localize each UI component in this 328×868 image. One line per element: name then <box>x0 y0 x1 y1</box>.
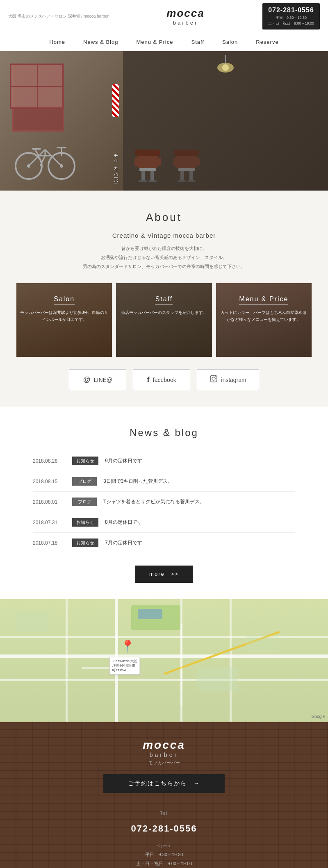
news-badge-notice: お知らせ <box>72 539 98 547</box>
map-section[interactable]: 📍 〒599-8236 大阪 堺市中区深井沢 町2712-4 Google <box>0 599 328 722</box>
news-badge-blog: ブログ <box>72 498 97 506</box>
news-title: News & blog <box>33 427 295 439</box>
about-subtitle: Creatino & Vintage mocca barber <box>16 232 312 239</box>
card-menu-desc: カットにカラー、パーマはもちろん白髪染めほかなど様々なメニューを揃えています。 <box>216 309 312 323</box>
line-label: LINE@ <box>94 377 112 383</box>
svg-point-35 <box>212 377 215 380</box>
svg-rect-31 <box>187 180 196 182</box>
map-block <box>197 667 238 691</box>
footer-tel: 072-281-0556 <box>16 820 312 838</box>
svg-rect-24 <box>157 158 161 166</box>
reserve-button[interactable]: ご予約はこちらから → <box>103 774 225 793</box>
about-title: About <box>16 211 312 224</box>
logo-main: mocca <box>166 7 204 20</box>
facebook-icon: f <box>147 375 150 384</box>
svg-point-15 <box>222 64 229 71</box>
news-item[interactable]: 2018.07.31 お知らせ 8月の定休日です <box>33 512 295 533</box>
hero-chair2-icon <box>170 141 203 182</box>
svg-rect-30 <box>178 180 186 182</box>
card-salon-title: Salon <box>54 295 75 305</box>
map-address-label: 〒599-8236 大阪 堺市中区深井沢 町2712-4 <box>109 657 140 675</box>
svg-rect-29 <box>189 171 193 182</box>
card-staff-title: Staff <box>155 295 173 305</box>
site-footer: mocca barber モッカバーバー ご予約はこちらから → Tel 072… <box>0 722 328 868</box>
svg-rect-18 <box>139 168 156 171</box>
svg-point-36 <box>215 377 216 377</box>
footer-logo-main: mocca <box>16 738 312 752</box>
hero-text-jp: モッカバーバー <box>113 151 119 182</box>
instagram-button[interactable]: instagram <box>197 369 259 390</box>
news-item[interactable]: 2018.07.18 お知らせ 7月の定休日です <box>33 533 295 553</box>
hero-left-panel: モッカバーバー <box>0 51 123 191</box>
map-background: 📍 〒599-8236 大阪 堺市中区深井沢 町2712-4 Google <box>0 599 328 722</box>
nav-reserve[interactable]: Reserve <box>247 33 287 51</box>
svg-rect-25 <box>176 154 197 168</box>
site-header: 大阪 堺市のメンズヘアーサロン 深井堂 / mocca barber mocca… <box>0 0 328 33</box>
hero-ceiling-light-icon <box>213 55 238 88</box>
news-item-title: 9月の定休日です <box>105 457 295 464</box>
line-icon: @ <box>83 375 90 384</box>
map-water-area <box>138 609 162 619</box>
feature-card-salon[interactable]: Salon モッカバーバーは深井駅より徒歩3分、白黒のサインポールが目印です。 <box>16 283 112 357</box>
facebook-button[interactable]: f facebook <box>133 369 190 390</box>
nav-menu-price[interactable]: Menu & Price <box>127 33 182 51</box>
svg-rect-16 <box>137 154 158 168</box>
card-menu-title: Menu & Price <box>239 295 288 305</box>
svg-rect-19 <box>141 171 145 182</box>
about-section: About Creatino & Vintage mocca barber 昔か… <box>0 191 328 407</box>
nav-home[interactable]: Home <box>40 33 74 51</box>
facebook-label: facebook <box>153 377 176 383</box>
feature-card-menu[interactable]: Menu & Price カットにカラー、パーマはもちろん白髪染めほかなど様々な… <box>216 283 312 357</box>
svg-rect-23 <box>134 158 138 166</box>
instagram-icon <box>210 375 218 385</box>
card-staff-desc: 当店モッカバーバーのスタッフを紹介します。 <box>118 309 210 316</box>
social-buttons: @ LINE@ f facebook instagram <box>16 369 312 390</box>
hero-window <box>10 64 64 109</box>
nav-salon[interactable]: Salon <box>213 33 247 51</box>
news-item[interactable]: 2018.08.28 お知らせ 9月の定休日です <box>33 451 295 471</box>
map-pin: 📍 <box>121 639 129 651</box>
news-date: 2018.08.01 <box>33 499 66 505</box>
map-road <box>0 636 328 638</box>
news-badge-blog: ブログ <box>72 477 97 486</box>
news-item[interactable]: 2018.08.15 ブログ 3日間で3キロ削った菅川デス。 <box>33 471 295 492</box>
news-date: 2018.07.31 <box>33 520 66 525</box>
news-item[interactable]: 2018.08.01 ブログ Tシャツを着るとサクビが気になる菅川デス。 <box>33 492 295 512</box>
phone-number: 072-281-0556 <box>268 7 314 14</box>
tel-label: Tel <box>16 809 312 818</box>
hero-chair-icon <box>131 141 164 182</box>
svg-rect-34 <box>210 375 217 382</box>
svg-rect-33 <box>196 158 200 166</box>
map-road <box>230 599 232 722</box>
more-button[interactable]: more >> <box>135 566 193 583</box>
map-watermark: Google <box>312 714 325 719</box>
header-phone[interactable]: 072-281-0556 平日 9:30～19:30 土・日・祝日 9:00～1… <box>262 3 320 30</box>
feature-cards: Salon モッカバーバーは深井駅より徒歩3分、白黒のサインポールが目印です。 … <box>16 283 312 357</box>
hero-right-panel <box>123 51 328 191</box>
svg-rect-32 <box>173 158 177 166</box>
open-weekday: 平日 9:30～19:30 <box>16 850 312 859</box>
hero-section: モッカバーバー <box>0 51 328 191</box>
svg-rect-27 <box>178 168 195 171</box>
map-road <box>180 624 182 706</box>
footer-tagline-jp: モッカバーバー <box>16 760 312 766</box>
nav-news-blog[interactable]: News & Blog <box>74 33 127 51</box>
news-date: 2018.07.18 <box>33 540 66 546</box>
news-item-title: 3日間で3キロ削った菅川デス。 <box>103 478 295 485</box>
footer-logo-sub: barber <box>16 752 312 758</box>
phone-hours: 平日 9:30～19:30 土・日・祝日 9:00～19:00 <box>268 15 314 26</box>
nav-staff[interactable]: Staff <box>182 33 213 51</box>
line-button[interactable]: @ LINE@ <box>69 369 126 390</box>
feature-card-staff[interactable]: Staff 当店モッカバーバーのスタッフを紹介します。 <box>116 283 212 357</box>
news-item-title: Tシャツを着るとサクビが気になる菅川デス。 <box>103 498 295 505</box>
logo-sub: barber <box>166 20 204 26</box>
map-block <box>16 611 49 632</box>
open-label: Open <box>16 842 312 850</box>
footer-info: Tel 072-281-0556 Open 平日 9:30～19:30 土・日・… <box>16 809 312 868</box>
open-weekend: 土・日・祝日 9:00～19:00 <box>16 859 312 868</box>
news-item-title: 7月の定休日です <box>105 539 295 546</box>
svg-rect-26 <box>174 150 199 156</box>
card-salon-desc: モッカバーバーは深井駅より徒歩3分、白黒のサインポールが目印です。 <box>16 309 112 323</box>
svg-line-5 <box>45 150 61 166</box>
svg-rect-20 <box>150 171 154 182</box>
